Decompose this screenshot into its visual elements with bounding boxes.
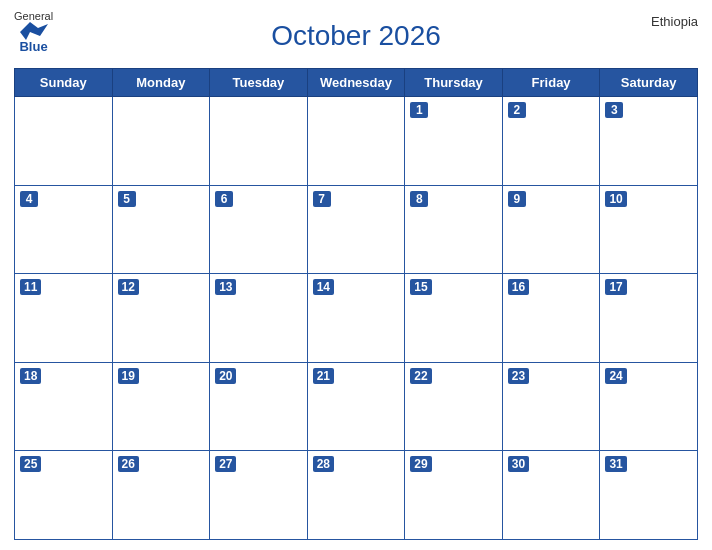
calendar-cell: 6 xyxy=(210,185,308,274)
calendar-table: Sunday Monday Tuesday Wednesday Thursday… xyxy=(14,68,698,540)
day-number: 28 xyxy=(313,456,334,472)
calendar-cell xyxy=(15,97,113,186)
calendar-cell xyxy=(307,97,405,186)
day-number: 23 xyxy=(508,368,529,384)
day-number: 20 xyxy=(215,368,236,384)
day-number: 7 xyxy=(313,191,331,207)
day-number: 12 xyxy=(118,279,139,295)
day-number: 24 xyxy=(605,368,626,384)
calendar-cell: 8 xyxy=(405,185,503,274)
calendar-title: October 2026 xyxy=(271,20,441,52)
calendar-cell: 3 xyxy=(600,97,698,186)
calendar-week-row: 123 xyxy=(15,97,698,186)
day-number: 5 xyxy=(118,191,136,207)
calendar-cell: 15 xyxy=(405,274,503,363)
day-number: 1 xyxy=(410,102,428,118)
logo-general-text: General xyxy=(14,10,53,22)
header-saturday: Saturday xyxy=(600,69,698,97)
logo: General Blue xyxy=(14,10,53,54)
calendar-cell: 22 xyxy=(405,362,503,451)
calendar-cell: 26 xyxy=(112,451,210,540)
calendar-cell: 10 xyxy=(600,185,698,274)
calendar-cell: 11 xyxy=(15,274,113,363)
calendar-cell: 20 xyxy=(210,362,308,451)
calendar-week-row: 18192021222324 xyxy=(15,362,698,451)
calendar-week-row: 45678910 xyxy=(15,185,698,274)
calendar-cell: 21 xyxy=(307,362,405,451)
calendar-cell: 19 xyxy=(112,362,210,451)
calendar-cell: 17 xyxy=(600,274,698,363)
day-number: 15 xyxy=(410,279,431,295)
calendar-cell: 2 xyxy=(502,97,600,186)
day-number: 21 xyxy=(313,368,334,384)
calendar-cell: 4 xyxy=(15,185,113,274)
day-number: 10 xyxy=(605,191,626,207)
day-number: 30 xyxy=(508,456,529,472)
svg-marker-0 xyxy=(20,22,48,40)
day-number: 22 xyxy=(410,368,431,384)
calendar-cell: 29 xyxy=(405,451,503,540)
day-number: 16 xyxy=(508,279,529,295)
day-number: 6 xyxy=(215,191,233,207)
calendar-cell: 30 xyxy=(502,451,600,540)
header-sunday: Sunday xyxy=(15,69,113,97)
logo-bird-icon xyxy=(20,22,48,40)
country-label: Ethiopia xyxy=(651,14,698,29)
calendar-week-row: 25262728293031 xyxy=(15,451,698,540)
calendar-cell: 28 xyxy=(307,451,405,540)
day-number: 13 xyxy=(215,279,236,295)
day-number: 11 xyxy=(20,279,41,295)
calendar-cell: 18 xyxy=(15,362,113,451)
calendar-cell: 23 xyxy=(502,362,600,451)
calendar-cell: 12 xyxy=(112,274,210,363)
calendar-cell: 9 xyxy=(502,185,600,274)
calendar-cell: 13 xyxy=(210,274,308,363)
calendar-cell: 24 xyxy=(600,362,698,451)
day-number: 19 xyxy=(118,368,139,384)
header-wednesday: Wednesday xyxy=(307,69,405,97)
day-number: 31 xyxy=(605,456,626,472)
day-number: 9 xyxy=(508,191,526,207)
calendar-cell xyxy=(112,97,210,186)
calendar-cell: 25 xyxy=(15,451,113,540)
header-monday: Monday xyxy=(112,69,210,97)
day-number: 17 xyxy=(605,279,626,295)
calendar-cell: 5 xyxy=(112,185,210,274)
day-number: 4 xyxy=(20,191,38,207)
calendar-cell xyxy=(210,97,308,186)
calendar-cell: 14 xyxy=(307,274,405,363)
day-number: 27 xyxy=(215,456,236,472)
calendar-week-row: 11121314151617 xyxy=(15,274,698,363)
calendar-cell: 27 xyxy=(210,451,308,540)
calendar-header: General Blue October 2026 Ethiopia xyxy=(14,10,698,62)
day-number: 8 xyxy=(410,191,428,207)
calendar-cell: 1 xyxy=(405,97,503,186)
header-friday: Friday xyxy=(502,69,600,97)
calendar-cell: 7 xyxy=(307,185,405,274)
weekday-header-row: Sunday Monday Tuesday Wednesday Thursday… xyxy=(15,69,698,97)
calendar-cell: 16 xyxy=(502,274,600,363)
logo-blue-text: Blue xyxy=(19,40,47,54)
calendar-cell: 31 xyxy=(600,451,698,540)
day-number: 25 xyxy=(20,456,41,472)
header-thursday: Thursday xyxy=(405,69,503,97)
day-number: 18 xyxy=(20,368,41,384)
day-number: 2 xyxy=(508,102,526,118)
calendar-wrapper: General Blue October 2026 Ethiopia Sunda… xyxy=(0,0,712,550)
day-number: 29 xyxy=(410,456,431,472)
day-number: 14 xyxy=(313,279,334,295)
day-number: 26 xyxy=(118,456,139,472)
day-number: 3 xyxy=(605,102,623,118)
header-tuesday: Tuesday xyxy=(210,69,308,97)
